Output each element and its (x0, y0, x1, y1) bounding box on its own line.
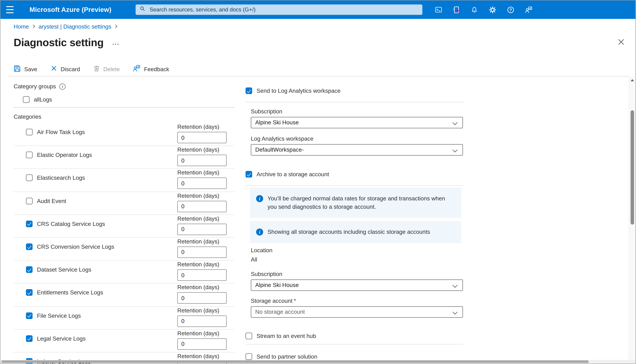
archive-storage-label: Archive to a storage account (257, 171, 329, 178)
category-groups-label: Category groups (14, 83, 56, 90)
category-checkbox[interactable] (26, 198, 33, 204)
breadcrumb-resource-link[interactable]: arystest | Diagnostic settings (39, 23, 111, 30)
alllogs-checkbox[interactable] (23, 96, 30, 103)
command-bar: Save Discard Delete Feedback (14, 64, 169, 74)
event-hub-label: Stream to an event hub (257, 333, 316, 339)
category-checkbox[interactable] (26, 335, 33, 342)
send-log-analytics-checkbox[interactable] (246, 88, 252, 94)
discard-button[interactable]: Discard (51, 65, 80, 73)
section-divider (246, 186, 463, 186)
retention-input[interactable] (177, 338, 227, 350)
event-hub-checkbox[interactable] (246, 333, 252, 339)
category-checkbox[interactable] (26, 174, 33, 181)
subscription-label: Subscription (251, 271, 463, 278)
subscription2-dropdown[interactable]: Alpine Ski House (251, 280, 463, 291)
archive-storage-checkbox[interactable] (246, 171, 252, 178)
topbar: Microsoft Azure (Preview) ? (1, 0, 635, 19)
retention-label: Retention (days) (177, 284, 227, 291)
retention-label: Retention (days) (177, 238, 227, 245)
category-row: CRS Catalog Service Logs Retention (days… (14, 215, 235, 238)
chevron-down-icon (453, 283, 458, 288)
category-checkbox[interactable] (26, 266, 33, 273)
retention-label: Retention (days) (177, 146, 227, 154)
delete-button[interactable]: Delete (93, 65, 120, 73)
help-icon[interactable]: ? (505, 4, 516, 15)
more-options-button[interactable]: ··· (112, 41, 119, 47)
chevron-down-icon (453, 147, 458, 152)
retention-input[interactable] (177, 269, 227, 281)
category-row: File Service Logs Retention (days) (14, 306, 235, 330)
category-row: CRS Conversion Service Logs Retention (d… (14, 238, 235, 261)
category-checkbox[interactable] (26, 312, 33, 319)
category-label: Elastic Operator Logs (37, 152, 92, 158)
location-label: Location (251, 247, 463, 254)
chevron-down-icon (453, 310, 458, 314)
category-checkbox[interactable] (26, 289, 33, 296)
feedback-button[interactable]: Feedback (133, 64, 169, 74)
hamburger-menu-icon[interactable] (6, 6, 14, 13)
section-divider (246, 102, 463, 102)
storage-account-dropdown[interactable]: No storage account (251, 306, 463, 318)
retention-label: Retention (days) (177, 215, 227, 222)
category-label: Entitlements Service Logs (37, 289, 103, 296)
retention-input[interactable] (177, 292, 227, 304)
category-label: Audit Event (37, 198, 66, 204)
event-hub-row: Stream to an event hub (246, 333, 463, 339)
retention-input[interactable] (177, 246, 227, 258)
info-message: You’ll be charged normal data rates for … (268, 194, 455, 211)
workspace-dropdown[interactable]: DefaultWorkspace- (251, 144, 463, 156)
storage-account-field: Storage account* No storage account (251, 298, 463, 318)
feedback-label: Feedback (144, 66, 169, 72)
scroll-up-arrow-icon[interactable] (630, 79, 634, 81)
directory-filter-icon[interactable] (451, 4, 462, 15)
category-label: Elasticsearch Logs (37, 174, 85, 181)
close-icon[interactable] (617, 38, 625, 46)
retention-input[interactable] (177, 315, 227, 327)
save-button[interactable]: Save (14, 65, 37, 73)
feedback-icon[interactable] (523, 4, 534, 15)
vertical-scrollbar-thumb[interactable] (630, 110, 634, 224)
storage-account-placeholder: No storage account (255, 308, 305, 315)
workspace-value: DefaultWorkspace- (255, 146, 304, 153)
info-message: Showing all storage accounts including c… (268, 228, 430, 236)
alllogs-row: allLogs (23, 96, 235, 103)
category-row: Elasticsearch Logs Retention (days) (14, 169, 235, 192)
category-row: Air Flow Task Logs Retention (days) (14, 123, 235, 146)
subscription-label: Subscription (251, 108, 463, 115)
horizontal-scrollbar[interactable] (1, 360, 635, 363)
discard-x-icon (51, 65, 57, 73)
retention-input[interactable] (177, 178, 227, 189)
retention-input[interactable] (177, 132, 227, 143)
send-log-analytics-label: Send to Log Analytics workspace (257, 88, 340, 94)
vertical-scrollbar[interactable] (629, 76, 635, 360)
workspace-label: Log Analytics workspace (251, 135, 463, 142)
notifications-bell-icon[interactable] (469, 4, 480, 15)
info-icon: i (256, 228, 263, 236)
settings-gear-icon[interactable] (487, 4, 498, 15)
chevron-down-icon (453, 120, 458, 125)
subscription-dropdown[interactable]: Alpine Ski House (251, 117, 463, 128)
retention-input[interactable] (177, 155, 227, 166)
retention-input[interactable] (177, 201, 227, 212)
breadcrumb-home-link[interactable]: Home (14, 23, 29, 30)
cloud-shell-icon[interactable] (433, 4, 444, 15)
breadcrumb: Home arystest | Diagnostic settings (14, 23, 118, 30)
category-row: Entitlements Service Logs Retention (day… (14, 284, 235, 306)
category-label: File Service Logs (37, 312, 81, 319)
partner-solution-checkbox[interactable] (246, 353, 252, 360)
page-header: Diagnostic setting ··· (14, 36, 119, 49)
category-checkbox[interactable] (26, 220, 33, 227)
horizontal-scrollbar-thumb[interactable] (1, 360, 589, 363)
send-log-analytics-row: Send to Log Analytics workspace (246, 88, 463, 94)
category-checkbox[interactable] (26, 152, 33, 158)
categories-heading: Categories (14, 113, 235, 120)
info-icon: i (256, 195, 263, 202)
category-checkbox[interactable] (26, 129, 33, 135)
info-icon[interactable]: i (59, 84, 66, 90)
retention-input[interactable] (177, 224, 227, 235)
category-checkbox[interactable] (26, 244, 33, 250)
global-search[interactable] (135, 4, 422, 15)
breadcrumb-chevron-icon (114, 23, 118, 30)
brand-title[interactable]: Microsoft Azure (Preview) (30, 0, 111, 19)
search-input[interactable] (149, 6, 418, 13)
